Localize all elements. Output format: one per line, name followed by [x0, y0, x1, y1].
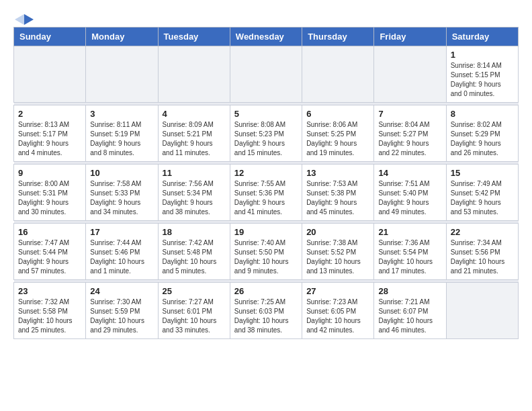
- day-info: Sunrise: 7:34 AM Sunset: 5:56 PM Dayligh…: [451, 238, 514, 276]
- day-info: Sunrise: 8:11 AM Sunset: 5:19 PM Dayligh…: [90, 120, 153, 158]
- day-number: 16: [18, 227, 81, 237]
- day-number: 21: [378, 227, 441, 237]
- day-cell: 27Sunrise: 7:23 AM Sunset: 6:05 PM Dayli…: [302, 283, 374, 339]
- day-cell: 25Sunrise: 7:27 AM Sunset: 6:01 PM Dayli…: [158, 283, 230, 339]
- day-cell: 21Sunrise: 7:36 AM Sunset: 5:54 PM Dayli…: [374, 224, 446, 280]
- day-info: Sunrise: 7:32 AM Sunset: 5:58 PM Dayligh…: [18, 298, 81, 335]
- day-number: 28: [378, 286, 441, 296]
- weekday-header-friday: Friday: [374, 28, 446, 46]
- day-cell: 7Sunrise: 8:04 AM Sunset: 5:27 PM Daylig…: [374, 105, 446, 162]
- day-number: 13: [306, 168, 369, 178]
- day-info: Sunrise: 7:36 AM Sunset: 5:54 PM Dayligh…: [378, 238, 441, 276]
- day-info: Sunrise: 7:38 AM Sunset: 5:52 PM Dayligh…: [306, 238, 369, 276]
- day-info: Sunrise: 7:56 AM Sunset: 5:34 PM Dayligh…: [163, 179, 226, 217]
- day-cell: 9Sunrise: 8:00 AM Sunset: 5:31 PM Daylig…: [14, 165, 86, 221]
- day-info: Sunrise: 7:55 AM Sunset: 5:36 PM Dayligh…: [234, 179, 298, 217]
- day-info: Sunrise: 7:42 AM Sunset: 5:48 PM Dayligh…: [163, 238, 226, 276]
- week-row-4: 16Sunrise: 7:47 AM Sunset: 5:44 PM Dayli…: [14, 224, 519, 280]
- weekday-header-row: SundayMondayTuesdayWednesdayThursdayFrid…: [14, 28, 519, 46]
- week-row-1: 1Sunrise: 8:14 AM Sunset: 5:15 PM Daylig…: [14, 46, 519, 103]
- day-number: 6: [306, 109, 369, 119]
- day-number: 7: [378, 109, 441, 119]
- day-cell: 19Sunrise: 7:40 AM Sunset: 5:50 PM Dayli…: [230, 224, 302, 280]
- calendar-table: SundayMondayTuesdayWednesdayThursdayFrid…: [13, 27, 519, 339]
- day-cell: [302, 46, 374, 103]
- weekday-header-saturday: Saturday: [446, 28, 518, 46]
- day-info: Sunrise: 7:47 AM Sunset: 5:44 PM Dayligh…: [18, 238, 81, 276]
- weekday-header-thursday: Thursday: [302, 28, 374, 46]
- day-cell: 3Sunrise: 8:11 AM Sunset: 5:19 PM Daylig…: [86, 105, 158, 162]
- day-info: Sunrise: 8:08 AM Sunset: 5:23 PM Dayligh…: [234, 120, 298, 158]
- day-cell: [374, 46, 446, 103]
- day-info: Sunrise: 8:00 AM Sunset: 5:31 PM Dayligh…: [18, 179, 81, 217]
- day-cell: [86, 46, 158, 103]
- header: [13, 13, 519, 21]
- day-number: 5: [234, 109, 298, 119]
- day-info: Sunrise: 7:51 AM Sunset: 5:40 PM Dayligh…: [378, 179, 441, 217]
- weekday-header-monday: Monday: [86, 28, 158, 46]
- day-info: Sunrise: 7:25 AM Sunset: 6:03 PM Dayligh…: [234, 298, 298, 335]
- day-cell: 22Sunrise: 7:34 AM Sunset: 5:56 PM Dayli…: [446, 224, 518, 280]
- day-number: 12: [234, 168, 298, 178]
- day-number: 20: [306, 227, 369, 237]
- day-info: Sunrise: 8:14 AM Sunset: 5:15 PM Dayligh…: [451, 61, 514, 99]
- day-info: Sunrise: 7:30 AM Sunset: 5:59 PM Dayligh…: [90, 298, 153, 335]
- day-info: Sunrise: 7:58 AM Sunset: 5:33 PM Dayligh…: [90, 179, 153, 217]
- day-number: 17: [90, 227, 153, 237]
- day-cell: 14Sunrise: 7:51 AM Sunset: 5:40 PM Dayli…: [374, 165, 446, 221]
- day-number: 24: [90, 286, 153, 296]
- logo-flag-icon: [15, 13, 34, 26]
- day-number: 9: [18, 168, 81, 178]
- day-number: 22: [451, 227, 514, 237]
- day-info: Sunrise: 7:53 AM Sunset: 5:38 PM Dayligh…: [306, 179, 369, 217]
- day-cell: 23Sunrise: 7:32 AM Sunset: 5:58 PM Dayli…: [14, 283, 86, 339]
- day-number: 25: [163, 286, 226, 296]
- day-number: 14: [378, 168, 441, 178]
- day-number: 1: [451, 50, 514, 60]
- day-cell: 10Sunrise: 7:58 AM Sunset: 5:33 PM Dayli…: [86, 165, 158, 221]
- week-row-5: 23Sunrise: 7:32 AM Sunset: 5:58 PM Dayli…: [14, 283, 519, 339]
- day-cell: 11Sunrise: 7:56 AM Sunset: 5:34 PM Dayli…: [158, 165, 230, 221]
- day-info: Sunrise: 8:02 AM Sunset: 5:29 PM Dayligh…: [451, 120, 514, 158]
- day-info: Sunrise: 7:44 AM Sunset: 5:46 PM Dayligh…: [90, 238, 153, 276]
- page: SundayMondayTuesdayWednesdayThursdayFrid…: [0, 0, 532, 346]
- week-row-2: 2Sunrise: 8:13 AM Sunset: 5:17 PM Daylig…: [14, 105, 519, 162]
- day-cell: 2Sunrise: 8:13 AM Sunset: 5:17 PM Daylig…: [14, 105, 86, 162]
- day-cell: 28Sunrise: 7:21 AM Sunset: 6:07 PM Dayli…: [374, 283, 446, 339]
- day-cell: [158, 46, 230, 103]
- day-number: 4: [163, 109, 226, 119]
- day-cell: 16Sunrise: 7:47 AM Sunset: 5:44 PM Dayli…: [14, 224, 86, 280]
- weekday-header-wednesday: Wednesday: [230, 28, 302, 46]
- day-number: 26: [234, 286, 298, 296]
- day-number: 8: [451, 109, 514, 119]
- day-cell: 18Sunrise: 7:42 AM Sunset: 5:48 PM Dayli…: [158, 224, 230, 280]
- weekday-header-sunday: Sunday: [14, 28, 86, 46]
- day-info: Sunrise: 8:09 AM Sunset: 5:21 PM Dayligh…: [163, 120, 226, 158]
- svg-marker-0: [24, 14, 34, 25]
- day-cell: [230, 46, 302, 103]
- day-number: 2: [18, 109, 81, 119]
- day-info: Sunrise: 7:40 AM Sunset: 5:50 PM Dayligh…: [234, 238, 298, 276]
- svg-marker-1: [15, 14, 24, 25]
- logo: [13, 13, 34, 21]
- day-cell: 20Sunrise: 7:38 AM Sunset: 5:52 PM Dayli…: [302, 224, 374, 280]
- day-number: 19: [234, 227, 298, 237]
- day-cell: 4Sunrise: 8:09 AM Sunset: 5:21 PM Daylig…: [158, 105, 230, 162]
- day-info: Sunrise: 7:49 AM Sunset: 5:42 PM Dayligh…: [451, 179, 514, 217]
- day-cell: 1Sunrise: 8:14 AM Sunset: 5:15 PM Daylig…: [446, 46, 518, 103]
- day-number: 15: [451, 168, 514, 178]
- day-number: 10: [90, 168, 153, 178]
- day-cell: 6Sunrise: 8:06 AM Sunset: 5:25 PM Daylig…: [302, 105, 374, 162]
- day-cell: 5Sunrise: 8:08 AM Sunset: 5:23 PM Daylig…: [230, 105, 302, 162]
- day-cell: 12Sunrise: 7:55 AM Sunset: 5:36 PM Dayli…: [230, 165, 302, 221]
- day-number: 23: [18, 286, 81, 296]
- day-info: Sunrise: 8:13 AM Sunset: 5:17 PM Dayligh…: [18, 120, 81, 158]
- day-number: 3: [90, 109, 153, 119]
- day-cell: [14, 46, 86, 103]
- day-number: 27: [306, 286, 369, 296]
- day-cell: 26Sunrise: 7:25 AM Sunset: 6:03 PM Dayli…: [230, 283, 302, 339]
- day-number: 11: [163, 168, 226, 178]
- day-cell: 24Sunrise: 7:30 AM Sunset: 5:59 PM Dayli…: [86, 283, 158, 339]
- day-info: Sunrise: 7:27 AM Sunset: 6:01 PM Dayligh…: [163, 298, 226, 335]
- day-info: Sunrise: 8:04 AM Sunset: 5:27 PM Dayligh…: [378, 120, 441, 158]
